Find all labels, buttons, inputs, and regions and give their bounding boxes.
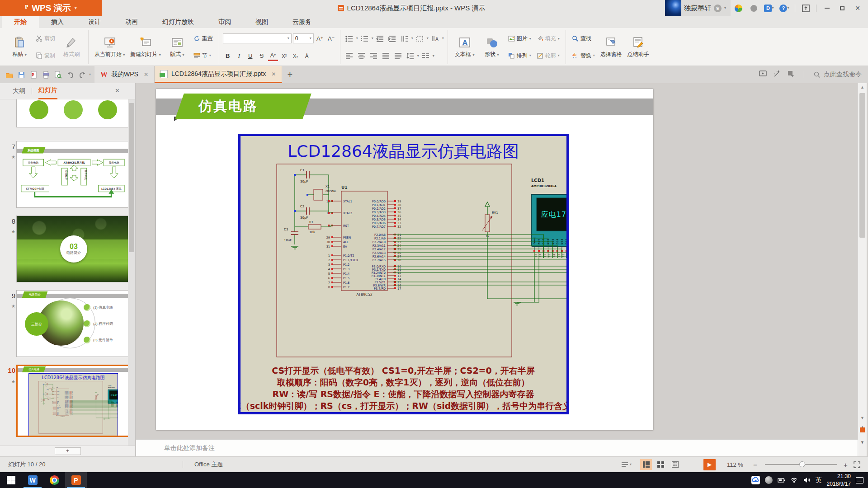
tab-animation[interactable]: 动画 (113, 16, 150, 28)
open-file-icon[interactable] (4, 69, 14, 80)
share-layout-icon[interactable] (787, 70, 795, 79)
app-tray-icon[interactable] (765, 476, 773, 484)
reading-view-button[interactable] (669, 459, 681, 470)
subscript-button[interactable]: X₂ (291, 51, 301, 61)
scroll-down-icon[interactable]: ▼ (859, 416, 866, 420)
close-panel-icon[interactable]: ✕ (115, 87, 120, 94)
sidebar-scrollbar[interactable] (128, 99, 135, 446)
ime-indicator[interactable]: 英 (816, 476, 822, 484)
slides-tab[interactable]: 幻灯片 (38, 83, 57, 99)
line-spacing-button[interactable] (405, 51, 416, 61)
banner-tag[interactable]: 仿真电路 (175, 94, 311, 119)
shapes-button[interactable]: 形状 ▾ (479, 30, 505, 64)
zoom-level[interactable]: 112 % (727, 457, 743, 472)
layout-button[interactable]: 版式 ▾ (164, 30, 190, 64)
play-from-current-button[interactable]: 从当前开始 ▾ (92, 30, 127, 64)
section-button[interactable]: 节 ▾ (191, 50, 215, 61)
slideshow-play-button[interactable]: ▶ (703, 459, 716, 470)
text-direction-button[interactable] (399, 33, 410, 43)
find-command-box[interactable]: 点此查找命令 (813, 70, 862, 79)
scroll-up-icon[interactable]: ▲ (859, 85, 866, 89)
close-button[interactable]: ✕ (850, 0, 865, 16)
char-rotate-button[interactable]: A (430, 33, 441, 43)
play-slideshow-icon[interactable] (759, 70, 767, 79)
grow-font-button[interactable]: A⁺ (315, 33, 325, 43)
slide-10-thumbnail-selected[interactable]: 仿真电路 LCD12864液晶显示仿真电路图U1AT89C5219XTAL118… (16, 365, 128, 437)
new-document-tab-button[interactable]: + (282, 66, 297, 83)
print-icon[interactable] (40, 69, 51, 80)
outline-button[interactable]: 轮廓 ▾ (534, 50, 562, 61)
tab-current-document[interactable]: LCD12864液晶显示项目汇报.pptx ✕ (155, 66, 282, 83)
format-painter-button[interactable]: 格式刷 (58, 37, 85, 58)
normal-view-button[interactable] (640, 459, 652, 470)
new-slide-button[interactable]: 新建幻灯片 ▾ (128, 30, 163, 64)
smart-typeset-button[interactable] (420, 51, 431, 61)
slide-10-canvas[interactable]: 仿真电路 LCD12864液晶显示仿真电路图U1AT89C5219XTAL118… (156, 89, 653, 430)
redo-icon[interactable] (77, 69, 88, 80)
notes-toggle[interactable]: ▾ (621, 457, 632, 472)
tab-design[interactable]: 设计 (76, 16, 113, 28)
decrease-indent-button[interactable] (375, 33, 386, 43)
browse-slides-button[interactable] (860, 427, 865, 432)
taskbar-chrome[interactable] (43, 472, 65, 488)
zoom-in-button[interactable]: + (841, 457, 850, 472)
slide-6-thumbnail[interactable] (16, 99, 128, 127)
circuit-image[interactable]: LCD12864液晶显示仿真电路图U1AT89C5219XTAL118XTAL2… (238, 134, 569, 414)
vertical-scrollbar[interactable]: ▲ ▼ ▲ ▼ (858, 83, 867, 456)
replace-button[interactable]: ab 替换 ▾ (570, 50, 597, 61)
print-preview-icon[interactable] (52, 69, 63, 80)
clock[interactable]: 21:30 2018/9/17 (827, 473, 851, 487)
notes-bar[interactable]: 单击此处添加备注 (136, 439, 858, 456)
arrange-button[interactable]: 排列 ▾ (506, 50, 533, 61)
bullets-button[interactable] (344, 33, 355, 43)
outline-tab[interactable]: 大纲 (13, 83, 25, 99)
tab-view[interactable]: 视图 (243, 16, 280, 28)
reset-button[interactable]: 重置 (191, 33, 215, 44)
justify-button[interactable] (381, 51, 392, 61)
find-button[interactable]: 查找 (570, 33, 597, 44)
tab-review[interactable]: 审阅 (206, 16, 243, 28)
help-icon[interactable]: ?▾ (778, 2, 790, 14)
align-left-button[interactable] (344, 51, 355, 61)
cut-button[interactable]: 剪切 (33, 33, 57, 44)
taskbar-wps-presentation[interactable]: P (65, 472, 87, 488)
align-center-button[interactable] (356, 51, 367, 61)
strikethrough-button[interactable]: S (257, 51, 267, 61)
export-pdf-icon[interactable]: P (28, 69, 39, 80)
tab-slideshow[interactable]: 幻灯片放映 (150, 16, 206, 28)
app-menu-button[interactable]: ᴾ WPS 演示 ▾ (0, 0, 102, 16)
font-name-select[interactable]: ▾ (223, 33, 292, 43)
slide-9-thumbnail[interactable]: 电路简介 三部分 (1) 仿真电路 (2) 程序代码 (3) 元件清单 (16, 290, 128, 357)
magic-wand-icon[interactable] (773, 70, 781, 79)
shrink-font-button[interactable]: A⁻ (326, 33, 336, 43)
fill-button[interactable]: 填充 ▾ (534, 33, 562, 44)
picture-button[interactable]: 图片 ▾ (506, 33, 533, 44)
zoom-slider-thumb[interactable] (799, 461, 805, 467)
font-color-button[interactable]: A▾ (268, 51, 278, 61)
undo-icon[interactable] (65, 69, 75, 80)
slide-7-thumbnail[interactable]: 系统框图 控制电路 AT89C51单片机 显示电路 (16, 141, 128, 208)
scrollbar-thumb[interactable] (129, 103, 134, 252)
superscript-button[interactable]: X² (279, 51, 289, 61)
close-tab-icon[interactable]: ✕ (144, 71, 148, 78)
paste-button[interactable]: 粘贴 ▾ (6, 30, 33, 64)
selection-pane-button[interactable]: 选择窗格 (598, 30, 624, 64)
add-slide-button[interactable]: + (55, 447, 81, 455)
sync-status-icon[interactable] (748, 2, 760, 14)
cloud-drive-tray-icon[interactable] (751, 476, 760, 484)
docer-icon[interactable]: D▾ (763, 2, 775, 14)
tab-insert[interactable]: 插入 (39, 16, 76, 28)
editing-canvas[interactable]: 仿真电路 LCD12864液晶显示仿真电路图U1AT89C5219XTAL118… (136, 83, 858, 439)
zoom-out-button[interactable]: − (750, 457, 760, 472)
scrollbar-thumb[interactable] (859, 93, 865, 238)
textbox-button[interactable]: A 文本框 ▾ (452, 30, 478, 64)
theme-name[interactable]: Office 主题 (194, 457, 223, 472)
increase-indent-button[interactable] (387, 33, 398, 43)
align-right-button[interactable] (368, 51, 379, 61)
slide-8-thumbnail[interactable]: 03 电路简介 (16, 216, 128, 282)
placeholder-frame-button[interactable] (415, 33, 425, 43)
next-slide-button[interactable]: ▼ (859, 440, 866, 445)
volume-icon[interactable] (803, 476, 811, 484)
start-button[interactable] (0, 472, 22, 488)
copy-button[interactable]: 复制 (33, 50, 57, 61)
